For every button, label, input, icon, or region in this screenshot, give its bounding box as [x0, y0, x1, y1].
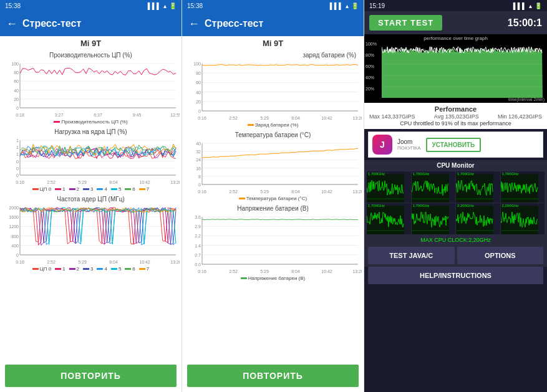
test-java-button[interactable]: TEST JAVA/C — [368, 247, 455, 264]
cpu-grid-row1: 1,700GHz1,700GHz1,700GHz1,700GHz — [364, 171, 547, 203]
perf-y-labels: 100%80%60%40%20% — [365, 42, 377, 98]
perf-max: Max 143,337GIPS — [369, 113, 415, 120]
core-load-canvas — [2, 136, 180, 186]
cpu-cell-3: 1,700GHz — [501, 171, 545, 203]
cpu-perf-legend: Производительность ЦП (%) — [2, 119, 179, 125]
left-repeat-button[interactable]: ПОВТОРИТЬ — [5, 365, 177, 387]
battery-icon: 🔋 — [169, 2, 177, 9]
help-instructions-button[interactable]: HELP/INSTRUCTIONS — [368, 267, 543, 284]
right-status-icons: ▌▌▌ ▴ 🔋 — [513, 2, 542, 9]
core-load-title: Нагрузка на ядра ЦП (%) — [2, 128, 179, 135]
time-interval-label: time(Interval 2min) — [508, 97, 545, 102]
legend-item: 4 — [97, 266, 107, 272]
battery-voltage-canvas — [185, 213, 362, 275]
cpu-perf-container — [2, 60, 179, 119]
mid-panel: 15:38 ▌▌▌ ▴ 🔋 ← Стресс-тест Mi 9T заряд … — [182, 0, 364, 392]
max-cpu-label: MAX CPU CLOCK:2,20GHz — [364, 236, 547, 244]
cpu-freq-canvas — [2, 204, 180, 266]
cpu-cell-0: 1,700GHz — [367, 171, 411, 203]
cpu-perf-canvas — [2, 60, 180, 119]
cpu-cell-0: 1,700GHz — [367, 203, 411, 234]
mid-time: 15:38 — [187, 2, 203, 9]
battery-charge-section: заряд батареи (%) Заряд батареи (%) — [185, 49, 361, 129]
ad-text-block: Joom ПОКУПКА — [397, 138, 421, 151]
battery-temp-section: Температура батареи (°С) Температура бат… — [185, 129, 361, 203]
perf-values: Max 143,337GIPS Avg 135,023GIPS Min 126,… — [369, 113, 542, 120]
left-panel: 15:38 ▌▌▌ ▴ 🔋 ← Стресс-тест Mi 9T Произв… — [0, 0, 182, 392]
left-title: Стресс-тест — [22, 18, 81, 29]
core-load-chart-section: Нагрузка на ядра ЦП (%) ЦП 01234567 — [2, 126, 179, 193]
mid-status-bar: 15:38 ▌▌▌ ▴ 🔋 — [182, 0, 364, 11]
battery-voltage-section: Напряжение батареи (В) Напряжение батаре… — [185, 203, 361, 282]
mid-battery-icon: 🔋 — [351, 2, 359, 9]
right-status-bar: 15:19 ▌▌▌ ▴ 🔋 — [364, 0, 547, 11]
legend-item: 2 — [69, 186, 79, 192]
cpu-cell-1: 1,700GHz — [412, 203, 456, 234]
perf-graph-area: performance over time graph 100%80%60%40… — [364, 34, 547, 103]
right-signal-icon: ▌▌▌ — [513, 2, 526, 9]
legend-label-battery-voltage: Напряжение батареи (В) — [248, 275, 306, 281]
cpu-freq-legend: ЦП 01234567 — [2, 266, 179, 272]
perf-min: Min 126,423GIPS — [498, 113, 542, 120]
mid-device: Mi 9T — [182, 36, 364, 49]
legend-item: 3 — [83, 186, 93, 192]
cpu-cell-2: 1,700GHz — [456, 171, 500, 203]
battery-charge-container — [185, 60, 361, 122]
legend-battery-charge: Заряд батареи (%) — [248, 122, 299, 128]
legend-item: ЦП 0 — [32, 186, 51, 192]
perf-avg: Avg 135,023GIPS — [434, 113, 479, 120]
legend-item: 4 — [97, 186, 107, 192]
install-button[interactable]: УСТАНОВИТЬ — [426, 138, 482, 152]
battery-charge-title: заряд батареи (%) — [185, 52, 361, 59]
legend-color-battery-voltage — [241, 277, 247, 279]
ad-name: Joom — [397, 138, 421, 145]
mid-repeat-button[interactable]: ПОВТОРИТЬ — [187, 365, 359, 387]
cpu-monitor-title: CPU Monitor — [364, 160, 547, 171]
perf-graph-canvas — [382, 42, 543, 98]
left-device: Mi 9T — [0, 36, 182, 49]
mid-status-icons: ▌▌▌ ▴ 🔋 — [330, 2, 359, 9]
legend-item: 1 — [55, 266, 65, 272]
legend-item: 7 — [139, 266, 149, 272]
options-button[interactable]: OPTIONS — [457, 247, 544, 264]
right-top-bar: START TEST 15:00:1 — [364, 11, 547, 34]
timer-display: 15:00:1 — [508, 17, 542, 29]
cpu-cell-1: 1,700GHz — [412, 171, 456, 203]
right-time: 15:19 — [369, 2, 385, 9]
legend-item: 1 — [55, 186, 65, 192]
legend-label-cpu-perf: Производительность ЦП (%) — [61, 119, 127, 125]
battery-charge-canvas — [185, 60, 362, 122]
battery-temp-canvas — [185, 140, 362, 196]
perf-title: Performance — [369, 105, 542, 113]
legend-label-battery-temp: Температура батареи (°С) — [246, 196, 307, 201]
legend-item: ЦП 0 — [32, 266, 51, 272]
core-load-container — [2, 136, 179, 186]
mid-back-arrow-icon[interactable]: ← — [188, 17, 200, 31]
mid-title: Стресс-тест — [205, 18, 263, 29]
left-time: 15:38 — [5, 2, 21, 9]
left-status-icons: ▌▌▌ ▴ 🔋 — [148, 2, 177, 9]
legend-label-battery-charge: Заряд батареи (%) — [255, 122, 299, 128]
right-battery-icon: 🔋 — [535, 2, 542, 9]
legend-item: 7 — [139, 186, 149, 192]
mid-header: ← Стресс-тест — [182, 11, 364, 36]
cpu-cell-2: 2,200GHz — [456, 203, 500, 234]
legend-color-battery-charge — [248, 124, 254, 126]
legend-battery-voltage: Напряжение батареи (В) — [241, 275, 306, 281]
legend-color-cpu-perf — [54, 121, 60, 123]
legend-item: 6 — [125, 186, 135, 192]
perf-graph-label: performance over time graph — [364, 36, 547, 41]
battery-temp-title: Температура батареи (°С) — [185, 131, 361, 138]
mid-wifi-icon: ▴ — [346, 2, 349, 9]
start-test-button[interactable]: START TEST — [369, 15, 442, 31]
bottom-buttons: TEST JAVA/C OPTIONS — [364, 244, 547, 267]
cpu-cell-3: 2,200GHz — [501, 203, 545, 234]
legend-item: 2 — [69, 266, 79, 272]
battery-temp-container — [185, 140, 361, 196]
core-load-legend: ЦП 01234567 — [2, 186, 179, 192]
left-charts: Производительность ЦП (%) Производительн… — [0, 49, 182, 362]
left-status-bar: 15:38 ▌▌▌ ▴ 🔋 — [0, 0, 182, 11]
signal-icon: ▌▌▌ — [148, 2, 161, 9]
back-arrow-icon[interactable]: ← — [6, 17, 17, 31]
ad-banner: J Joom ПОКУПКА УСТАНОВИТЬ — [368, 131, 543, 158]
